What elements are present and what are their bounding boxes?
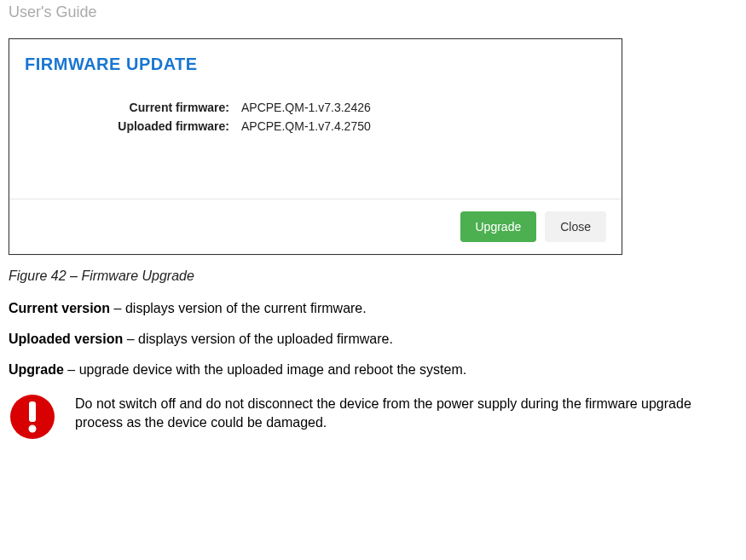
warning-block: Do not switch off and do not disconnect … <box>9 393 737 444</box>
desc-current-term: Current version <box>9 301 110 315</box>
desc-current-version: Current version – displays version of th… <box>9 301 737 316</box>
svg-point-2 <box>29 425 37 433</box>
page-title: User's Guide <box>9 3 96 20</box>
svg-rect-1 <box>29 401 36 422</box>
desc-upgrade-term: Upgrade <box>9 362 64 377</box>
desc-current-text: – displays version of the current firmwa… <box>110 301 367 315</box>
desc-uploaded-term: Uploaded version <box>9 332 123 346</box>
current-firmware-row: Current firmware: APCPE.QM-1.v7.3.2426 <box>101 98 601 117</box>
uploaded-firmware-value: APCPE.QM-1.v7.4.2750 <box>241 119 371 133</box>
desc-upgrade: Upgrade – upgrade device with the upload… <box>9 362 737 378</box>
warning-text: Do not switch off and do not disconnect … <box>75 393 737 431</box>
uploaded-firmware-row: Uploaded firmware: APCPE.QM-1.v7.4.2750 <box>101 117 601 136</box>
page-header: User's Guide <box>0 0 746 38</box>
close-button[interactable]: Close <box>545 211 606 242</box>
firmware-update-dialog: FIRMWARE UPDATE Current firmware: APCPE.… <box>9 38 622 255</box>
figure-caption: Figure 42 – Firmware Upgrade <box>9 268 737 284</box>
desc-upgrade-text: – upgrade device with the uploaded image… <box>64 362 466 377</box>
dialog-title: FIRMWARE UPDATE <box>25 55 601 74</box>
current-firmware-label: Current firmware: <box>101 101 229 114</box>
desc-uploaded-version: Uploaded version – displays version of t… <box>9 332 737 347</box>
desc-uploaded-text: – displays version of the uploaded firmw… <box>123 332 393 346</box>
warning-icon <box>9 393 56 444</box>
current-firmware-value: APCPE.QM-1.v7.3.2426 <box>241 101 371 114</box>
upgrade-button[interactable]: Upgrade <box>460 211 537 242</box>
firmware-info-block: Current firmware: APCPE.QM-1.v7.3.2426 U… <box>25 98 601 136</box>
dialog-footer: Upgrade Close <box>9 199 622 254</box>
uploaded-firmware-label: Uploaded firmware: <box>101 119 229 133</box>
